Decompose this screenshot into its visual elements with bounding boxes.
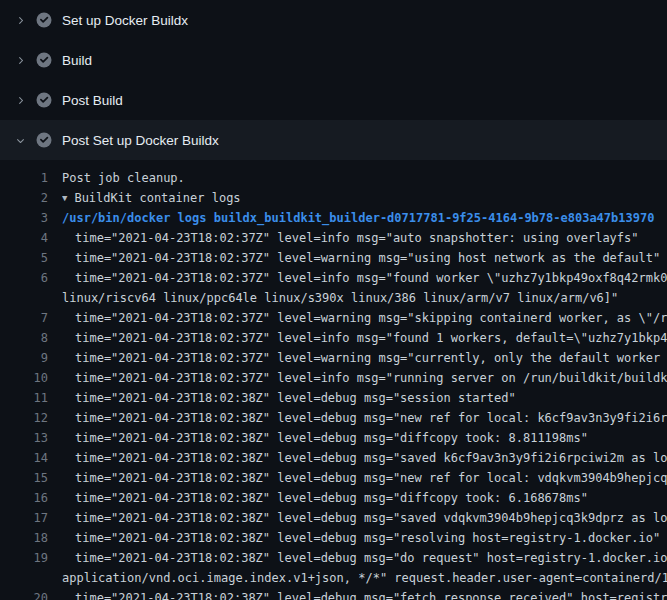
log-line[interactable]: 2 ▼BuildKit container logs bbox=[0, 188, 667, 208]
log-line: 11 time="2021-04-23T18:02:38Z" level=deb… bbox=[0, 388, 667, 408]
log-line-number[interactable]: 20 bbox=[0, 588, 48, 600]
step-title: Post Set up Docker Buildx bbox=[62, 133, 219, 148]
step-title: Post Build bbox=[62, 93, 123, 108]
step-title: Set up Docker Buildx bbox=[62, 13, 188, 28]
log-line-number[interactable]: 7 bbox=[0, 308, 48, 328]
log-line-number[interactable]: 19 bbox=[0, 548, 48, 568]
log-line: 13 time="2021-04-23T18:02:38Z" level=deb… bbox=[0, 428, 667, 448]
log-line: 1 Post job cleanup. bbox=[0, 168, 667, 188]
log-line-text: time="2021-04-23T18:02:38Z" level=debug … bbox=[62, 468, 667, 488]
log-line-text: time="2021-04-23T18:02:37Z" level=warnin… bbox=[62, 308, 667, 328]
check-circle-icon bbox=[36, 92, 52, 108]
chevron-down-icon[interactable] bbox=[12, 134, 28, 147]
log-line-number[interactable]: 9 bbox=[0, 348, 48, 368]
log-line-number[interactable]: 14 bbox=[0, 448, 48, 468]
log-line-number[interactable] bbox=[0, 288, 48, 308]
log-line-number[interactable]: 5 bbox=[0, 248, 48, 268]
log-line: 18 time="2021-04-23T18:02:38Z" level=deb… bbox=[0, 528, 667, 548]
log-line: 9 time="2021-04-23T18:02:37Z" level=warn… bbox=[0, 348, 667, 368]
step-sections: Set up Docker Buildx Build P bbox=[0, 0, 667, 160]
log-line-number[interactable]: 12 bbox=[0, 408, 48, 428]
log-line: 3 /usr/bin/docker logs buildx_buildkit_b… bbox=[0, 208, 667, 228]
log-line: 6 time="2021-04-23T18:02:37Z" level=info… bbox=[0, 268, 667, 288]
log-line-text: time="2021-04-23T18:02:37Z" level=info m… bbox=[62, 228, 667, 248]
log-line-text: time="2021-04-23T18:02:38Z" level=debug … bbox=[62, 408, 667, 428]
log-line-number[interactable]: 11 bbox=[0, 388, 48, 408]
log-line-text: time="2021-04-23T18:02:37Z" level=info m… bbox=[62, 368, 667, 388]
log-line: 7 time="2021-04-23T18:02:37Z" level=warn… bbox=[0, 308, 667, 328]
log-line: 14 time="2021-04-23T18:02:38Z" level=deb… bbox=[0, 448, 667, 468]
log-line-text: time="2021-04-23T18:02:37Z" level=info m… bbox=[62, 268, 667, 288]
log-line-number[interactable]: 15 bbox=[0, 468, 48, 488]
log-line: 19 time="2021-04-23T18:02:38Z" level=deb… bbox=[0, 548, 667, 568]
log-line-number[interactable]: 2 bbox=[0, 188, 48, 208]
check-circle-icon bbox=[36, 12, 52, 28]
log-line-text: time="2021-04-23T18:02:38Z" level=debug … bbox=[62, 528, 667, 548]
log-line: 17 time="2021-04-23T18:02:38Z" level=deb… bbox=[0, 508, 667, 528]
log-line-text: time="2021-04-23T18:02:38Z" level=debug … bbox=[62, 508, 667, 528]
log-line-number[interactable]: 3 bbox=[0, 208, 48, 228]
check-circle-icon bbox=[36, 132, 52, 148]
log-output[interactable]: 1 Post job cleanup. 2 ▼BuildKit containe… bbox=[0, 160, 667, 600]
log-line: 10 time="2021-04-23T18:02:37Z" level=inf… bbox=[0, 368, 667, 388]
log-line: 4 time="2021-04-23T18:02:37Z" level=info… bbox=[0, 228, 667, 248]
log-line: linux/riscv64 linux/ppc64le linux/s390x … bbox=[0, 288, 667, 308]
chevron-right-icon[interactable] bbox=[12, 94, 28, 107]
log-line-text: time="2021-04-23T18:02:38Z" level=debug … bbox=[62, 428, 667, 448]
check-circle-icon bbox=[36, 52, 52, 68]
log-line: 8 time="2021-04-23T18:02:37Z" level=info… bbox=[0, 328, 667, 348]
log-line-text: time="2021-04-23T18:02:37Z" level=warnin… bbox=[62, 248, 667, 268]
log-line-number[interactable]: 13 bbox=[0, 428, 48, 448]
log-line-text: linux/riscv64 linux/ppc64le linux/s390x … bbox=[62, 288, 667, 308]
log-line: 5 time="2021-04-23T18:02:37Z" level=warn… bbox=[0, 248, 667, 268]
log-line-text: ▼BuildKit container logs bbox=[62, 188, 667, 208]
log-line: 16 time="2021-04-23T18:02:38Z" level=deb… bbox=[0, 488, 667, 508]
step-section-header[interactable]: Post Build bbox=[0, 80, 667, 120]
log-line-text: time="2021-04-23T18:02:38Z" level=debug … bbox=[62, 448, 667, 468]
log-line-text: time="2021-04-23T18:02:38Z" level=debug … bbox=[62, 488, 667, 508]
log-line: 15 time="2021-04-23T18:02:38Z" level=deb… bbox=[0, 468, 667, 488]
log-line-text: time="2021-04-23T18:02:38Z" level=debug … bbox=[62, 588, 667, 600]
step-section-header[interactable]: Set up Docker Buildx bbox=[0, 0, 667, 40]
log-line-number[interactable]: 4 bbox=[0, 228, 48, 248]
log-line-number[interactable]: 18 bbox=[0, 528, 48, 548]
step-section-header[interactable]: Build bbox=[0, 40, 667, 80]
actions-log-viewer: Set up Docker Buildx Build P bbox=[0, 0, 667, 600]
step-section-header[interactable]: Post Set up Docker Buildx bbox=[0, 120, 667, 160]
log-line-text: application/vnd.oci.image.index.v1+json,… bbox=[62, 568, 667, 588]
step-title: Build bbox=[62, 53, 92, 68]
log-line-number[interactable]: 8 bbox=[0, 328, 48, 348]
chevron-right-icon[interactable] bbox=[12, 54, 28, 67]
log-line-number[interactable]: 17 bbox=[0, 508, 48, 528]
log-line-text: /usr/bin/docker logs buildx_buildkit_bui… bbox=[62, 208, 667, 228]
log-line: application/vnd.oci.image.index.v1+json,… bbox=[0, 568, 667, 588]
log-line-number[interactable]: 16 bbox=[0, 488, 48, 508]
log-line: 20 time="2021-04-23T18:02:38Z" level=deb… bbox=[0, 588, 667, 600]
log-line-text: time="2021-04-23T18:02:37Z" level=info m… bbox=[62, 328, 667, 348]
log-line-text: time="2021-04-23T18:02:38Z" level=debug … bbox=[62, 548, 667, 568]
log-line-text: time="2021-04-23T18:02:38Z" level=debug … bbox=[62, 388, 667, 408]
log-line-number[interactable]: 10 bbox=[0, 368, 48, 388]
log-line-number[interactable]: 1 bbox=[0, 168, 48, 188]
log-group-toggle-icon[interactable]: ▼ bbox=[62, 188, 67, 208]
log-line-number[interactable]: 6 bbox=[0, 268, 48, 288]
log-line-text: Post job cleanup. bbox=[62, 168, 667, 188]
log-line-number[interactable] bbox=[0, 568, 48, 588]
log-line-text: time="2021-04-23T18:02:37Z" level=warnin… bbox=[62, 348, 667, 368]
log-line: 12 time="2021-04-23T18:02:38Z" level=deb… bbox=[0, 408, 667, 428]
chevron-right-icon[interactable] bbox=[12, 14, 28, 27]
log-group-title: BuildKit container logs bbox=[74, 191, 240, 205]
